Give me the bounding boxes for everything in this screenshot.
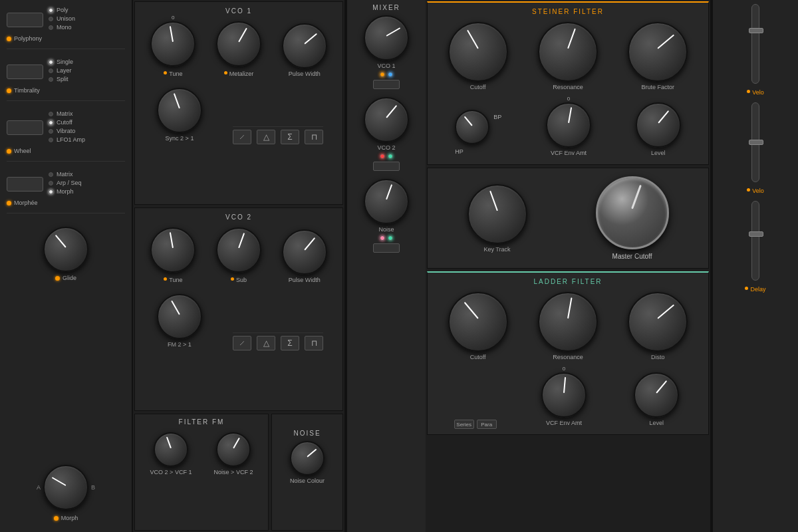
lfo1-led bbox=[49, 138, 53, 142]
hp-knob[interactable] bbox=[455, 110, 489, 144]
split-led bbox=[49, 77, 53, 82]
brute-factor-knob[interactable] bbox=[628, 22, 688, 82]
level1-knob[interactable] bbox=[636, 102, 681, 148]
vcf1-label: VCO 2 > VCF 1 bbox=[150, 469, 192, 475]
mixer-vco2-toggle[interactable] bbox=[373, 162, 400, 171]
b-label: B bbox=[91, 484, 95, 491]
hp-bp-wrap: HP BP bbox=[455, 110, 501, 156]
pw1-knob[interactable] bbox=[282, 23, 327, 68]
a-label: A bbox=[37, 484, 41, 491]
ladder-bottom-knobs: Series Para 0 VCF Env Amt Level bbox=[433, 370, 703, 429]
vco2-panel: VCO 2 Tune bbox=[134, 207, 343, 411]
saw-btn-2[interactable]: ⟋ bbox=[233, 336, 251, 350]
delay-slider-thumb[interactable] bbox=[749, 231, 763, 237]
mixer-noise-knob[interactable] bbox=[364, 179, 409, 224]
filter-fm-panel: FILTER FM VCO 2 > VCF 1 Noise > VCF 2 bbox=[134, 414, 269, 531]
metalizer-knob[interactable] bbox=[216, 21, 261, 66]
level1-wrap: Level bbox=[636, 102, 681, 156]
mixer-vco2-knob[interactable] bbox=[364, 97, 409, 142]
ladder-header: LADDER FILTER bbox=[433, 278, 703, 285]
hp-bp-group: HP BP bbox=[455, 110, 501, 156]
glide-orange-led bbox=[55, 276, 60, 281]
noise-colour-knob[interactable] bbox=[290, 441, 325, 475]
filter-fm-header: FILTER FM bbox=[139, 418, 264, 426]
polyphony-button[interactable] bbox=[7, 13, 43, 27]
vcfenv2-label: VCF Env Amt bbox=[546, 420, 582, 426]
key-track-knob[interactable] bbox=[467, 184, 527, 244]
tune1-label: Tune bbox=[169, 70, 182, 77]
filter-fm-noise-row: FILTER FM VCO 2 > VCF 1 Noise > VCF 2 FI bbox=[133, 412, 344, 532]
wheel-button[interactable] bbox=[7, 120, 43, 135]
glide-knob[interactable] bbox=[43, 227, 88, 272]
fm-label: FM 2 > 1 bbox=[168, 341, 192, 348]
velo-slider-2-thumb[interactable] bbox=[749, 140, 763, 145]
tune1-knob[interactable] bbox=[150, 21, 196, 66]
vcf2-knob[interactable] bbox=[216, 432, 251, 467]
ladder-cutoff-knob[interactable] bbox=[448, 292, 508, 352]
vco2-header: VCO 2 bbox=[140, 213, 337, 221]
resonance2-wrap: Resonance bbox=[538, 292, 598, 360]
vcfenv2-knob[interactable] bbox=[541, 372, 587, 418]
mixer-noise-toggle[interactable] bbox=[373, 243, 400, 253]
sigma-btn-2[interactable]: Σ bbox=[281, 336, 299, 350]
vcfenv1-wrap: 0 VCF Env Amt bbox=[546, 102, 591, 156]
ladder-panel: LADDER FILTER Cutoff Resonance Disto bbox=[427, 271, 709, 435]
sync-knob[interactable] bbox=[157, 88, 202, 133]
middle-filter-panel: Key Track Master Cutoff bbox=[427, 168, 709, 269]
polyphony-indicators: Poly Unison Mono bbox=[49, 7, 75, 33]
level2-knob[interactable] bbox=[634, 372, 679, 418]
vco1-panel: VCO 1 0 Tune bbox=[134, 1, 343, 205]
vcfenv1-knob[interactable] bbox=[546, 102, 591, 148]
key-track-wrap: Key Track bbox=[467, 184, 527, 253]
resonance1-label: Resonance bbox=[553, 84, 583, 90]
tune1-zero: 0 bbox=[172, 15, 174, 21]
vco1-led-blue bbox=[388, 72, 393, 77]
resonance2-knob[interactable] bbox=[538, 292, 598, 352]
layer-label: Layer bbox=[57, 67, 72, 74]
morph-knob[interactable] bbox=[43, 465, 88, 510]
matrix-label-2: Matrix bbox=[57, 171, 73, 178]
vcfenv2-wrap: 0 VCF Env Amt bbox=[541, 372, 587, 426]
bp-label: BP bbox=[493, 114, 501, 120]
morphee-indicators: Matrix Arp / Seq Morph bbox=[49, 171, 82, 197]
sq-btn-2[interactable]: ⊓ bbox=[305, 336, 323, 350]
brute-factor-wrap: Brute Factor bbox=[628, 22, 688, 90]
mixer-vco1-toggle[interactable] bbox=[373, 80, 400, 89]
layer-led bbox=[49, 68, 53, 73]
morph-orange-led bbox=[54, 516, 59, 521]
vcf1-knob[interactable] bbox=[154, 432, 188, 467]
mono-led bbox=[49, 25, 53, 30]
para-btn[interactable]: Para bbox=[477, 420, 497, 429]
noise-panel: FILTER FM NOISE Noise Colour bbox=[271, 414, 343, 531]
steiner-cutoff-knob[interactable] bbox=[448, 22, 508, 82]
tune1-wrap: 0 Tune bbox=[150, 21, 196, 77]
tri-btn-2[interactable]: △ bbox=[257, 336, 275, 350]
resonance1-knob[interactable] bbox=[538, 22, 598, 82]
resonance2-label: Resonance bbox=[553, 354, 583, 360]
mixer-noise-channel: Noise bbox=[364, 179, 409, 253]
saw-btn-1[interactable]: ⟋ bbox=[233, 130, 251, 144]
vcfenv1-zero: 0 bbox=[567, 96, 570, 102]
velo-slider-1-thumb[interactable] bbox=[749, 28, 763, 33]
filter-fm-knobs: VCO 2 > VCF 1 Noise > VCF 2 bbox=[139, 430, 264, 478]
pw2-knob[interactable] bbox=[282, 229, 327, 275]
arpseq-led bbox=[49, 181, 53, 186]
unison-led bbox=[49, 17, 53, 21]
tri-btn-1[interactable]: △ bbox=[257, 130, 275, 144]
vco2-led-teal bbox=[388, 154, 393, 159]
sq-btn-1[interactable]: ⊓ bbox=[305, 130, 323, 144]
morphee-button[interactable] bbox=[7, 177, 43, 192]
velo1-label: Velo bbox=[752, 89, 764, 96]
disto-knob[interactable] bbox=[628, 292, 688, 352]
sub-knob[interactable] bbox=[216, 227, 261, 273]
sigma-btn-1[interactable]: Σ bbox=[281, 130, 299, 144]
sync-label: Sync 2 > 1 bbox=[166, 135, 194, 142]
master-cutoff-knob[interactable] bbox=[596, 176, 669, 249]
series-btn[interactable]: Series bbox=[454, 420, 474, 429]
timbrality-button[interactable] bbox=[7, 65, 43, 79]
fm-knob[interactable] bbox=[157, 294, 202, 339]
mixer-vco1-knob[interactable] bbox=[364, 15, 409, 61]
tune2-knob[interactable] bbox=[150, 227, 196, 273]
brute-factor-label: Brute Factor bbox=[642, 84, 675, 90]
single-label: Single bbox=[57, 59, 73, 65]
